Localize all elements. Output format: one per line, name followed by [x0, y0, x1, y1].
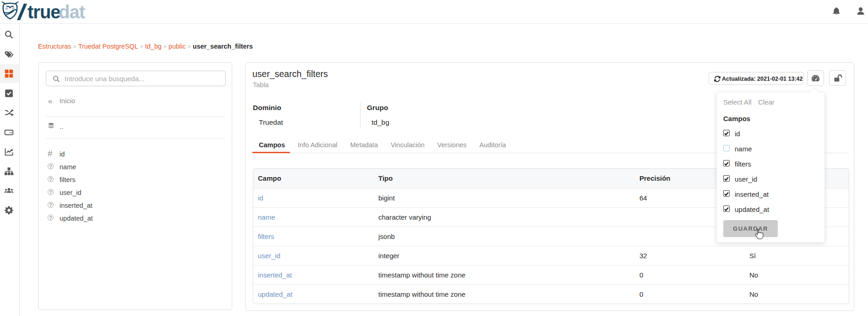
svg-text:dat: dat [59, 2, 85, 22]
svg-text:true: true [27, 2, 60, 22]
